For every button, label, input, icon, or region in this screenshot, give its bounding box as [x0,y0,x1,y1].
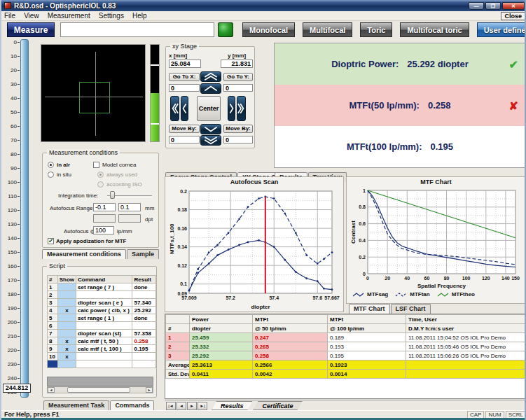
move-by-x-button[interactable]: Move By: [169,125,200,133]
sheet-tab-results[interactable]: Results [212,401,253,410]
go-to-x-button[interactable]: Go To X: [169,73,200,81]
script-show-cell[interactable] [57,314,76,322]
script-row[interactable]: 4xcalc power ( clb, x )25.292 [48,307,156,314]
go-to-x-value-field[interactable] [169,84,200,92]
stage-down-button[interactable] [200,124,221,134]
script-row[interactable]: 10x [48,353,156,360]
script-command-cell[interactable] [76,291,132,299]
script-command-cell[interactable]: set range ( 7 ) [76,284,132,291]
mode-button-monofocal[interactable]: Monofocal [242,22,295,37]
script-row[interactable]: 9xcalc mtf ( t, 100 )0.195 [48,345,156,353]
script-row[interactable]: 2 [48,291,156,299]
script-show-cell[interactable] [57,322,76,330]
sample-name-field[interactable] [60,22,214,37]
script-command-cell[interactable]: calc power ( clb, x ) [76,307,132,314]
maximize-button[interactable]: ❐ [485,2,501,10]
script-row[interactable]: 5set range ( 1 )done [48,314,156,322]
always-used-radio[interactable] [97,172,104,178]
tab-commands[interactable]: Commands [110,400,154,410]
script-show-cell[interactable]: x [57,345,76,353]
script-show-cell[interactable]: x [57,353,76,360]
according-iso-radio[interactable] [97,181,104,188]
in-situ-radio[interactable] [48,172,54,178]
stage-center-button[interactable]: Center [197,96,221,121]
script-row[interactable]: 6 [48,322,156,330]
result-label: MTFt(100 lp/mm): [347,141,422,152]
script-row[interactable]: 3diopter scan ( e )57.340 [48,299,156,307]
menu-view[interactable]: View [24,12,39,20]
script-command-cell[interactable] [76,353,132,360]
mode-button-multifocal[interactable]: Multifocal [303,22,352,37]
menu-settings[interactable]: Settings [99,12,124,20]
tab-measurement-task[interactable]: Measurement Task [43,400,109,410]
go-to-y-button[interactable]: Go To Y: [223,73,253,81]
script-command-cell[interactable]: set range ( 1 ) [76,314,132,322]
script-row[interactable]: 8xcalc mtf ( t, 50 )0.258 [48,337,156,345]
sheet-nav--button[interactable]: ◄ [177,402,186,410]
tab-measurement-conditions[interactable]: Measurement conditions [42,249,126,259]
status-led-button[interactable] [218,22,233,37]
results-table-row[interactable]: 125.4590.2470.18911.08.2011 15:04:52 OS … [166,333,526,342]
script-command-cell[interactable]: diopter scan ( e ) [76,299,132,307]
measure-button[interactable]: Measure [7,22,55,37]
script-command-cell[interactable]: diopter scan (st) [76,330,132,337]
script-show-cell[interactable]: x [57,307,76,314]
autofocus-at-field[interactable] [93,226,114,234]
script-hscrollbar[interactable]: ◄ ► [47,386,153,393]
scroll-right-icon[interactable]: ► [146,387,153,393]
script-show-cell[interactable]: x [57,337,76,345]
script-show-cell[interactable] [57,299,76,307]
script-row[interactable]: 7diopter scan (st)57.358 [48,330,156,337]
autofocus-range-to-field[interactable] [118,203,141,211]
stage-right-fast-button[interactable] [237,96,246,121]
stage-left-button[interactable] [181,96,188,121]
sheet-nav--button[interactable]: ►| [198,402,207,410]
tab-mtf-chart[interactable]: MTF Chart [349,304,390,314]
close-window-button[interactable]: ✕ [502,2,525,10]
mode-button-toric[interactable]: Toric [360,22,392,37]
x-position-field[interactable] [169,59,201,68]
go-to-y-value-field[interactable] [223,84,253,92]
results-table-row[interactable]: 325.2920.2580.19511.08.2011 15:06:26 OS … [166,351,526,360]
script-show-cell[interactable] [57,330,76,337]
move-by-y-button[interactable]: Move By: [223,125,253,133]
menu-help[interactable]: Help [132,12,147,20]
tab-lsf-chart[interactable]: LSF Chart [391,304,431,314]
in-air-radio[interactable] [48,162,54,168]
menu-measurement[interactable]: Measurement [48,12,90,20]
script-show-cell[interactable] [57,291,76,299]
script-row-selected[interactable] [48,360,156,368]
results-table-row[interactable]: 225.3320.2650.19311.08.2011 15:05:46 OS … [166,342,526,351]
focus-slider-track[interactable] [20,39,29,398]
menu-file[interactable]: File [4,12,15,20]
script-command-cell[interactable] [76,322,132,330]
sheet-nav--button[interactable]: |◄ [166,402,176,410]
y-position-field[interactable] [221,59,253,68]
apodization-checkbox[interactable] [48,238,54,244]
integration-time-slider-thumb[interactable] [110,191,115,199]
mode-button-multifocal-toric[interactable]: Multifocal toric [400,22,469,37]
scroll-left-icon[interactable]: ◄ [48,387,55,393]
model-cornea-checkbox[interactable] [93,162,99,168]
move-by-y-value-field[interactable] [223,136,253,144]
stage-left-fast-button[interactable] [170,96,179,121]
sheet-tab-certificate[interactable]: Certificate [254,401,303,410]
sheet-nav--button[interactable]: ► [187,402,197,410]
minimize-button[interactable]: — [469,2,484,10]
stage-up-fast-button[interactable] [200,71,221,82]
close-button[interactable]: Close [501,12,525,20]
autofocus-range-from-field[interactable] [93,203,116,211]
script-command-cell[interactable]: calc mtf ( t, 50 ) [76,337,132,345]
stage-right-button[interactable] [228,96,235,121]
script-command-cell[interactable] [76,360,132,368]
stage-down-fast-button[interactable] [200,135,221,146]
script-row[interactable]: 1set range ( 7 )done [48,284,156,291]
mode-button-user-defined[interactable]: User defined [477,22,526,37]
scroll-thumb[interactable] [67,387,130,393]
script-show-cell[interactable] [57,284,76,291]
move-by-x-value-field[interactable] [169,136,200,144]
stage-up-button[interactable] [200,83,221,94]
script-show-cell[interactable] [57,360,76,368]
tab-sample[interactable]: Sample [127,249,159,259]
script-command-cell[interactable]: calc mtf ( t, 100 ) [76,345,132,353]
